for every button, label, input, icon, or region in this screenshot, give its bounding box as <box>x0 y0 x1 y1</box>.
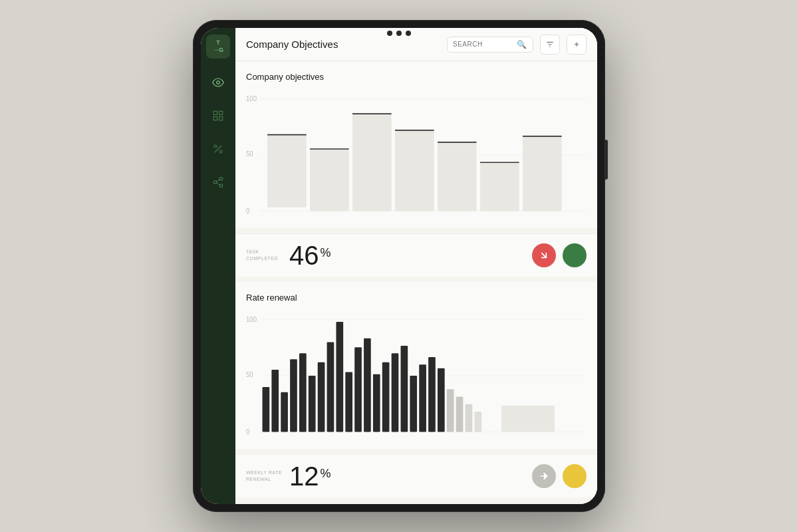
company-objectives-card: Company objectives 100 50 0 <box>235 61 597 228</box>
bar-chart: 100 50 0 <box>246 316 587 436</box>
svg-rect-55 <box>382 362 390 432</box>
rate-status-indicator[interactable] <box>563 464 587 488</box>
svg-rect-3 <box>213 117 217 120</box>
task-decline-button[interactable] <box>532 243 556 267</box>
svg-rect-66 <box>501 406 555 432</box>
svg-rect-58 <box>410 376 417 432</box>
svg-text:0: 0 <box>246 428 250 436</box>
svg-point-9 <box>213 181 217 184</box>
weekly-rate-label: WEEKLY RATE RENEWAL <box>246 469 283 483</box>
svg-rect-63 <box>456 397 464 432</box>
svg-rect-22 <box>267 135 307 207</box>
rate-renewal-stats: WEEKLY RATE RENEWAL 12 % <box>235 454 597 497</box>
add-button[interactable]: + <box>567 35 587 55</box>
svg-text:100: 100 <box>246 316 257 323</box>
task-completed-actions <box>532 243 587 267</box>
tablet-top-bar <box>387 31 411 36</box>
task-completed-unit: % <box>321 246 331 260</box>
svg-point-8 <box>219 178 223 181</box>
sidebar-item-grid[interactable] <box>207 105 229 126</box>
svg-line-5 <box>215 146 222 153</box>
microphone-dot <box>406 31 411 36</box>
svg-rect-61 <box>438 368 445 432</box>
section-title-renewal: Rate renewal <box>246 293 587 303</box>
svg-rect-4 <box>219 117 223 120</box>
svg-rect-30 <box>438 142 477 211</box>
svg-rect-34 <box>523 136 562 211</box>
svg-rect-62 <box>447 389 454 432</box>
camera-dot <box>396 31 402 36</box>
task-status-indicator[interactable] <box>563 243 587 267</box>
svg-point-6 <box>214 145 217 148</box>
section-title-objectives: Company objectives <box>246 72 587 82</box>
svg-rect-54 <box>373 374 380 432</box>
svg-rect-32 <box>480 162 519 211</box>
svg-point-0 <box>217 81 220 84</box>
svg-rect-60 <box>428 357 436 432</box>
sidebar-item-network[interactable] <box>207 172 229 193</box>
task-completed-value: 46 <box>289 242 319 269</box>
svg-rect-56 <box>392 353 399 432</box>
waterfall-chart: 100 50 0 <box>246 95 587 215</box>
main-content: Company Objectives 🔍 + Company objective… <box>235 28 597 504</box>
scroll-area[interactable]: Company objectives 100 50 0 <box>235 61 597 504</box>
rate-renewal-card: Rate renewal 100 50 0 <box>235 282 597 449</box>
search-icon[interactable]: 🔍 <box>517 40 527 49</box>
svg-rect-52 <box>354 347 362 432</box>
svg-point-7 <box>219 150 222 153</box>
header: Company Objectives 🔍 + <box>235 28 597 61</box>
task-completed-label: TASK COMPLETED <box>246 249 283 262</box>
svg-rect-47 <box>309 376 316 432</box>
rate-neutral-button[interactable] <box>532 464 556 488</box>
svg-rect-24 <box>310 149 349 211</box>
search-box[interactable]: 🔍 <box>447 37 533 53</box>
svg-rect-48 <box>318 362 325 432</box>
weekly-rate-unit: % <box>321 467 331 481</box>
svg-line-11 <box>216 183 219 185</box>
svg-rect-45 <box>290 359 297 432</box>
svg-rect-1 <box>213 111 217 114</box>
search-input[interactable] <box>453 41 513 48</box>
svg-text:50: 50 <box>246 150 253 158</box>
svg-rect-2 <box>219 111 223 114</box>
svg-text:100: 100 <box>246 95 257 102</box>
filter-button[interactable] <box>540 35 560 55</box>
camera-sensor <box>387 31 392 36</box>
svg-rect-50 <box>336 322 343 432</box>
svg-rect-57 <box>401 346 408 432</box>
svg-line-12 <box>216 180 219 182</box>
svg-rect-59 <box>419 364 426 432</box>
sidebar-item-eye[interactable] <box>207 72 229 93</box>
sidebar-logo: T→G <box>206 35 230 59</box>
tablet-screen: T→G <box>201 28 597 504</box>
tablet-frame: T→G <box>193 20 605 512</box>
svg-text:0: 0 <box>246 207 250 215</box>
sidebar: T→G <box>201 28 235 504</box>
svg-rect-43 <box>271 370 279 432</box>
svg-rect-26 <box>352 114 392 211</box>
power-button[interactable] <box>605 140 608 180</box>
rate-actions <box>532 464 587 488</box>
svg-text:50: 50 <box>246 371 253 378</box>
svg-rect-42 <box>263 387 270 432</box>
svg-rect-65 <box>474 412 481 432</box>
header-title: Company Objectives <box>246 39 440 50</box>
svg-rect-44 <box>281 392 288 432</box>
svg-rect-51 <box>345 372 352 432</box>
weekly-rate-value: 12 <box>289 463 319 489</box>
svg-rect-64 <box>466 404 473 432</box>
svg-rect-53 <box>364 338 371 432</box>
svg-rect-49 <box>327 342 334 432</box>
svg-rect-28 <box>395 130 434 211</box>
svg-rect-46 <box>299 353 307 432</box>
task-completed-stats: TASK COMPLETED 46 % <box>235 233 597 277</box>
svg-point-10 <box>219 184 223 188</box>
sidebar-item-percent[interactable] <box>207 138 229 160</box>
